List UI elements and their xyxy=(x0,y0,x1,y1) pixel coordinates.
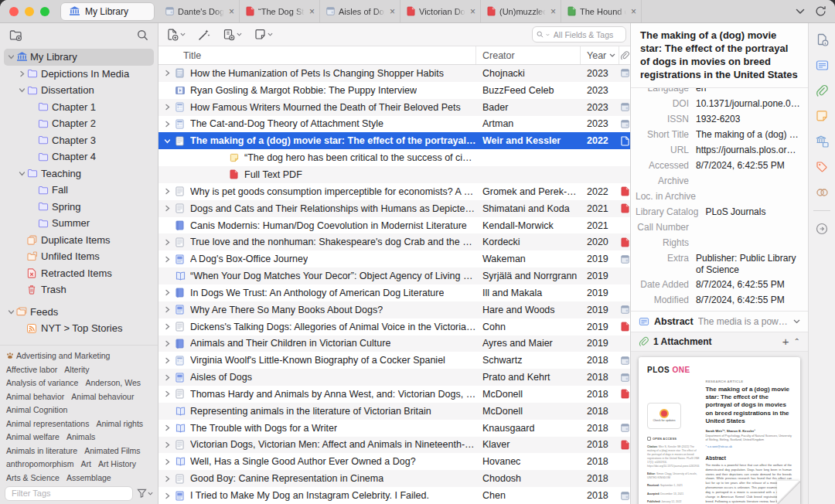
field-value[interactable]: https://journals.plos.org/pl … xyxy=(696,142,800,158)
tag-item[interactable]: Animal Cognition xyxy=(6,405,67,414)
tag-item[interactable]: Animal representations xyxy=(6,419,89,428)
document-tab[interactable]: The Hound of the Ba× xyxy=(561,0,642,22)
twisty-icon[interactable] xyxy=(163,256,172,263)
twisty-icon[interactable] xyxy=(163,104,172,111)
sidebar-item-feeds[interactable]: Feeds xyxy=(0,304,158,321)
twisty-icon[interactable] xyxy=(163,390,172,397)
twisty-icon[interactable] xyxy=(163,138,172,145)
tab-close-icon[interactable]: × xyxy=(631,7,636,16)
tag-item[interactable]: Alterity xyxy=(64,365,89,374)
table-row[interactable]: Representing animals in the literature o… xyxy=(158,403,630,420)
field-value[interactable]: Publisher: Public Library of Science xyxy=(696,250,800,277)
field-row[interactable]: Loc. in Archive xyxy=(636,189,800,204)
tag-item[interactable]: Animals xyxy=(66,432,95,441)
field-row[interactable]: Call Number xyxy=(636,220,800,235)
twisty-icon[interactable] xyxy=(17,87,27,94)
field-row[interactable]: Date Added8/7/2024, 6:42:55 PM xyxy=(636,277,800,292)
document-tab[interactable]: Victorian Dogs, Vict× xyxy=(400,0,481,22)
sidebar-item-trash[interactable]: Trash xyxy=(0,281,158,298)
field-row[interactable]: Short TitleThe making of a (dog) mo … xyxy=(636,127,800,142)
tag-item[interactable]: Animals in literature xyxy=(6,446,77,455)
twisty-icon[interactable] xyxy=(163,424,172,431)
table-row[interactable]: How the Humanization of Pets Is Changing… xyxy=(158,65,630,82)
new-note-button[interactable] xyxy=(254,29,273,40)
add-by-identifier-button[interactable] xyxy=(198,29,210,41)
attachments-section-header[interactable]: 1 Attachment + ⌃ xyxy=(631,332,808,352)
field-row[interactable]: Languageen xyxy=(636,88,800,96)
sidebar-item-nyt-top-stories[interactable]: NYT > Top Stories xyxy=(0,320,158,337)
table-row[interactable]: The Cat-and-Dog Theory of Attachment Sty… xyxy=(158,116,630,133)
tab-list-chevron-button[interactable] xyxy=(790,0,810,22)
twisty-icon[interactable] xyxy=(163,357,172,364)
tag-item[interactable]: anthropomorphism xyxy=(6,459,74,468)
tag-item[interactable]: Animated Films xyxy=(84,446,140,455)
twisty-icon[interactable] xyxy=(163,239,172,246)
sidenav-abstract-icon[interactable] xyxy=(813,56,831,73)
table-row[interactable]: Dickens's Talking Dogs: Allegories of An… xyxy=(158,318,630,335)
tag-item[interactable]: Anderson, Wes xyxy=(85,378,141,387)
sidenav-libraries-collections-icon[interactable] xyxy=(813,133,831,150)
tag-item[interactable]: Animal welfare xyxy=(6,432,60,441)
tab-close-icon[interactable]: × xyxy=(309,7,315,16)
table-row[interactable]: How Famous Writers Mourned the Death of … xyxy=(158,99,630,116)
sidenav-related-icon[interactable] xyxy=(813,184,831,201)
collection-search-button[interactable] xyxy=(137,29,148,41)
search-box[interactable] xyxy=(532,26,626,43)
field-value[interactable]: 8/7/2024, 6:42:55 PM xyxy=(696,158,800,173)
table-row[interactable]: “When Your Dog Matches Your Decor”: Obje… xyxy=(158,267,630,284)
twisty-icon[interactable] xyxy=(163,205,172,212)
tab-close-icon[interactable]: × xyxy=(550,7,556,16)
column-header-attachment[interactable] xyxy=(619,46,630,64)
table-row[interactable]: Thomas Hardy and Animals by Anna West, a… xyxy=(158,386,630,403)
tab-close-icon[interactable]: × xyxy=(470,7,475,16)
table-row[interactable]: In Dogs We Trust: An Anthology of Americ… xyxy=(158,284,630,301)
tag-item[interactable]: Animal behaviour xyxy=(71,392,134,401)
tab-my-library[interactable]: My Library xyxy=(60,2,155,21)
column-header-year[interactable]: Year xyxy=(581,46,619,64)
table-row[interactable]: Why is pet goods consumption imperceptib… xyxy=(158,183,630,200)
field-row[interactable]: Archive xyxy=(636,173,800,189)
sidebar-item-fall[interactable]: Fall xyxy=(0,182,158,199)
sidebar-item-duplicate-items[interactable]: Duplicate Items xyxy=(0,232,158,249)
sidebar-item-summer[interactable]: Summer xyxy=(0,215,158,232)
tag-item[interactable]: Assemblage xyxy=(66,473,111,482)
field-row[interactable]: ISSN1932-6203 xyxy=(636,111,800,127)
add-attachment-button[interactable]: + xyxy=(782,335,789,347)
field-value[interactable]: PLoS Journals xyxy=(705,204,800,220)
twisty-icon[interactable] xyxy=(163,441,172,448)
sidebar-item-depictions-in-media[interactable]: Depictions In Media xyxy=(0,66,158,83)
new-attachment-button[interactable] xyxy=(223,29,242,41)
twisty-icon[interactable] xyxy=(163,306,172,313)
sidenav-tags-icon[interactable] xyxy=(813,158,831,175)
collapse-section-button[interactable]: ⌃ xyxy=(794,337,800,346)
field-row[interactable]: Modified8/7/2024, 6:42:55 PM xyxy=(636,292,800,308)
table-row[interactable]: Good Boy: Canine Representation in Cinem… xyxy=(158,470,630,487)
field-value[interactable]: The making of a (dog) mo … xyxy=(696,127,800,142)
table-row[interactable]: True love and the nonhuman: Shakespeare'… xyxy=(158,233,630,250)
field-row[interactable]: Rights xyxy=(636,235,800,250)
tag-item[interactable]: Art xyxy=(81,459,91,468)
table-row[interactable]: I Tried to Make My Dog an Instagram Cele… xyxy=(158,487,630,504)
page-curl[interactable] xyxy=(777,481,800,504)
document-tab[interactable]: (Un)muzzled: Dogs i× xyxy=(481,0,561,22)
tag-item[interactable]: Arts & Science xyxy=(6,473,60,482)
field-value[interactable]: en xyxy=(696,88,800,96)
new-item-button[interactable] xyxy=(166,29,186,41)
tab-close-icon[interactable]: × xyxy=(229,7,234,16)
column-header-creator[interactable]: Creator xyxy=(476,46,581,64)
field-value[interactable]: 8/7/2024, 6:42:55 PM xyxy=(696,277,800,292)
document-tab[interactable]: Dante's Dogs - Mani× xyxy=(159,0,240,22)
table-row[interactable]: Ryan Gosling & Margot Robbie: The Puppy … xyxy=(158,82,630,99)
zoom-window-button[interactable] xyxy=(40,7,49,16)
table-row[interactable]: Full Text PDF xyxy=(158,166,630,183)
field-row[interactable]: Library CatalogPLoS Journals xyxy=(636,204,800,220)
sidebar-item-chapter-2[interactable]: Chapter 2 xyxy=(0,115,158,132)
sidebar-item-chapter-4[interactable]: Chapter 4 xyxy=(0,148,158,165)
table-row[interactable]: The making of a (dog) movie star: The ef… xyxy=(158,132,630,149)
sidebar-item-spring[interactable]: Spring xyxy=(0,199,158,216)
filter-tags-input[interactable] xyxy=(5,486,133,501)
twisty-icon[interactable] xyxy=(163,188,172,195)
pdf-preview[interactable]: PLOS ONE Check for updates OPEN ACCESS C… xyxy=(639,357,800,504)
sidenav-attachments-icon[interactable] xyxy=(813,82,831,99)
new-collection-button[interactable] xyxy=(9,29,22,41)
